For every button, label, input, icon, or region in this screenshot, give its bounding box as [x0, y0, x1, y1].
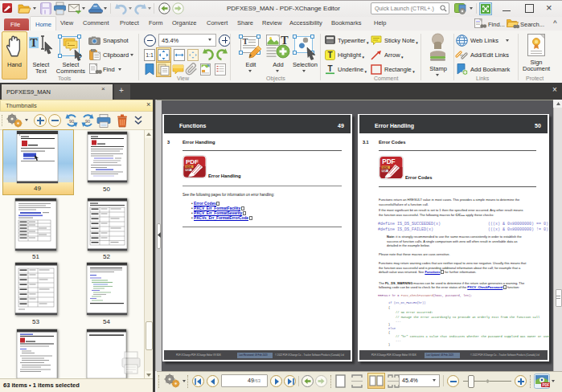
svg-text:PDF: PDF [186, 157, 199, 165]
svg-text:PDF: PDF [543, 383, 550, 387]
svg-text:1:1: 1:1 [146, 52, 154, 58]
svg-text:SDK: SDK [186, 165, 192, 168]
svg-text:T: T [243, 37, 248, 46]
svg-text:T: T [327, 51, 332, 59]
svg-text:90: 90 [69, 119, 74, 124]
svg-text:PDF: PDF [186, 168, 191, 171]
svg-text:90: 90 [85, 119, 90, 124]
svg-text:T: T [327, 64, 332, 73]
svg-text:PDF: PDF [382, 158, 396, 165]
svg-text:SDK: SDK [382, 165, 388, 169]
svg-text:T: T [30, 37, 38, 49]
svg-text:PDF: PDF [382, 169, 387, 172]
